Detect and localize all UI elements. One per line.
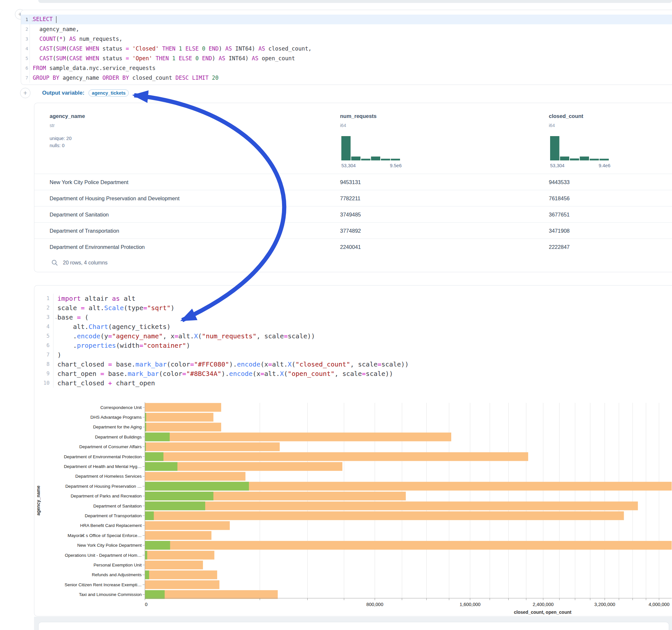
cell-num-requests: 7782211	[340, 195, 360, 201]
y-axis-label: HRA Benefit Card Replacement	[80, 523, 142, 528]
column-histogram[interactable]: 53,3049.5e6	[341, 136, 402, 168]
code-text: scale = alt.Scale(type="sqrt")	[53, 304, 174, 312]
code-text: CAST(SUM(CASE WHEN status = 'Closed' THE…	[30, 45, 312, 52]
code-text: alt.Chart(agency_tickets)	[53, 323, 170, 331]
y-axis-title: agency_name	[35, 485, 41, 516]
code-line[interactable]: 3 COUNT(*) AS num_requests,	[21, 34, 672, 44]
table-footer: 20 rows, 4 columns	[34, 253, 672, 272]
table-row[interactable]: Department of Environmental Protection22…	[34, 239, 672, 255]
line-number: 6	[21, 66, 29, 71]
code-text: agency_name,	[30, 26, 79, 32]
table-row[interactable]: New York City Police Department945313194…	[34, 174, 672, 190]
y-axis-label: Senior Citizen Rent Increase Exempti…	[65, 582, 142, 587]
column-header[interactable]: agency_name	[50, 113, 85, 119]
python-cell[interactable]: 1import altair as alt2scale = alt.Scale(…	[34, 285, 672, 616]
x-axis-tick-label: 800,000	[366, 602, 383, 607]
line-number: 5	[21, 56, 29, 61]
code-line[interactable]: 3⌄base = (	[34, 312, 672, 322]
y-axis-label: Department of Environmental Protection	[64, 454, 142, 459]
y-axis-label: Mayorâ€ s Office of Special Enforce…	[67, 533, 142, 538]
code-line[interactable]: 1⌄SELECT	[21, 15, 672, 24]
code-line[interactable]: 6FROM sample_data.nyc.service_requests	[21, 63, 672, 73]
y-axis-label: Department of Sanitation	[93, 504, 142, 508]
line-number: 2	[21, 27, 29, 32]
table-row[interactable]: Department of Housing Preservation and D…	[34, 190, 672, 206]
cell-closed-count: 3677651	[549, 211, 570, 217]
y-axis-label: Department of Health and Mental Hyg…	[64, 464, 142, 469]
cell-num-requests: 3774892	[340, 227, 361, 234]
code-text: )	[53, 351, 61, 359]
x-axis-tick-label: 1,600,000	[460, 602, 481, 607]
line-number: 7	[21, 75, 29, 80]
code-line[interactable]: 5 .encode(y="agency_name", x=alt.X("num_…	[34, 331, 672, 341]
cell-agency-name: Department of Housing Preservation and D…	[50, 195, 179, 201]
altair-bar-chart: Correspondence UnitDHS Advantage Program…	[34, 391, 672, 622]
column-type: str	[50, 123, 55, 128]
code-text: .encode(y="agency_name", x=alt.X("num_re…	[53, 332, 315, 340]
table-row[interactable]: Department of Sanitation37494853677651	[34, 206, 672, 222]
y-axis-label: New York City Police Department	[77, 543, 142, 548]
cell-agency-name: Department of Sanitation	[50, 211, 109, 217]
code-line[interactable]: 10chart_closed + chart_open	[34, 378, 672, 388]
fold-chevron-icon[interactable]: ⌄	[55, 316, 57, 319]
y-axis-label: Personal Exemption Unit	[93, 563, 142, 567]
line-number: 1	[34, 295, 53, 301]
sql-code-editor[interactable]: 1⌄SELECT 2 agency_name,3 COUNT(*) AS num…	[21, 15, 672, 83]
results-table: agency_namestrunique: 20nulls: 0num_requ…	[34, 103, 672, 272]
table-row[interactable]: Department of Transportation377489234719…	[34, 222, 672, 239]
code-text: chart_closed + chart_open	[53, 379, 155, 387]
hist-max-label: 9.5e6	[390, 163, 402, 168]
code-line[interactable]: 2scale = alt.Scale(type="sqrt")	[34, 303, 672, 312]
line-number: 7	[34, 352, 53, 358]
cell-num-requests: 3749485	[340, 211, 361, 217]
code-line[interactable]: 4 alt.Chart(agency_tickets)	[34, 322, 672, 331]
sql-cell[interactable]: 1⌄SELECT 2 agency_name,3 COUNT(*) AS num…	[21, 10, 672, 85]
code-text: .properties(width="container")	[53, 342, 190, 349]
y-axis-label: Department of Transportation	[85, 513, 142, 518]
cell-closed-count: 3471908	[549, 227, 570, 234]
code-line[interactable]: 8chart_closed = base.mark_bar(color="#FF…	[34, 359, 672, 369]
line-number: 8	[34, 361, 53, 367]
code-text: chart_closed = base.mark_bar(color="#FFC…	[53, 360, 409, 368]
column-type: i64	[340, 123, 346, 128]
code-line[interactable]: 7)	[34, 350, 672, 359]
y-axis-label: Department of Consumer Affairs	[79, 444, 142, 449]
table-row-count: 20 rows, 4 columns	[63, 260, 107, 266]
y-axis-label: DHS Advantage Programs	[91, 415, 142, 420]
code-line[interactable]: 4 CAST(SUM(CASE WHEN status = 'Closed' T…	[21, 44, 672, 53]
line-number: 1⌄	[21, 17, 29, 22]
column-header[interactable]: closed_count	[549, 113, 583, 119]
y-axis-label: Department of Homeless Services	[75, 474, 142, 479]
code-line[interactable]: 9chart_open = base.mark_bar(color="#8BC3…	[34, 369, 672, 378]
code-line[interactable]: 7GROUP BY agency_name ORDER BY closed_co…	[21, 73, 672, 83]
fold-chevron-icon[interactable]: ⌄	[31, 18, 33, 21]
search-icon[interactable]	[51, 259, 58, 266]
cell-closed-count: 2222847	[549, 244, 570, 250]
code-line[interactable]: 2 agency_name,	[21, 24, 672, 34]
code-line[interactable]: 6 .properties(width="container")	[34, 341, 672, 350]
code-text: SELECT	[30, 16, 56, 23]
x-axis-title: closed_count, open_count	[514, 610, 572, 615]
python-code-editor[interactable]: 1import altair as alt2scale = alt.Scale(…	[34, 294, 672, 388]
output-variable-pill[interactable]: agency_tickets	[89, 90, 129, 97]
text-cursor	[56, 16, 56, 23]
x-axis-tick-label: 0	[145, 602, 147, 607]
add-cell-button-middle[interactable]: +	[20, 88, 30, 98]
code-line[interactable]: 1import altair as alt	[34, 294, 672, 303]
y-axis-label: Department of Parks and Recreation	[71, 493, 142, 499]
code-text: base = (	[53, 313, 89, 321]
column-header[interactable]: num_requests	[340, 113, 377, 119]
code-line[interactable]: 5 CAST(SUM(CASE WHEN status = 'Open' THE…	[21, 53, 672, 63]
code-text: FROM sample_data.nyc.service_requests	[30, 65, 155, 71]
cell-agency-name: Department of Environmental Protection	[50, 244, 145, 250]
cell-agency-name: Department of Transportation	[50, 227, 119, 234]
line-number: 2	[34, 305, 53, 311]
line-number: 4	[34, 323, 53, 330]
cell-num-requests: 2240041	[340, 244, 361, 250]
code-text: chart_open = base.mark_bar(color="#8BC34…	[53, 370, 393, 378]
line-number: 6	[34, 342, 53, 348]
y-axis-label: Department for the Aging	[93, 425, 142, 429]
next-cell-edge	[38, 622, 669, 630]
column-histogram[interactable]: 53,3049.4e6	[550, 136, 610, 168]
hist-max-label: 9.4e6	[599, 163, 610, 168]
